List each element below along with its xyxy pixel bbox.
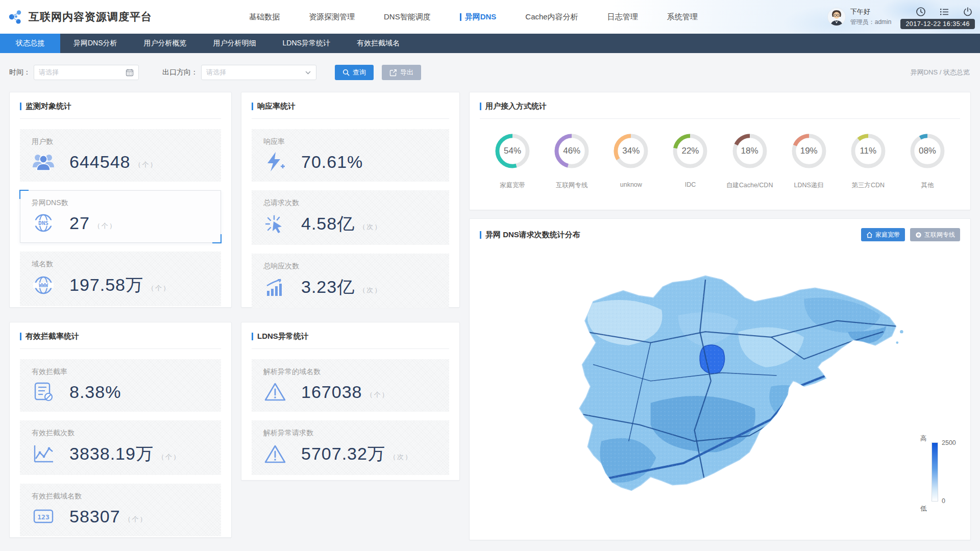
divider: [480, 118, 960, 119]
export-button[interactable]: 导出: [382, 65, 421, 80]
map-toggle-home-broadband[interactable]: 家庭宽带: [861, 228, 905, 241]
click-cursor-icon: [263, 213, 287, 235]
donut-label: LDNS递归: [794, 181, 824, 190]
search-icon: [342, 69, 350, 76]
stat-tile-total-requests[interactable]: 总请求次数 4.58亿 （次）: [252, 190, 449, 245]
access-method-item: 46%互联网专线: [544, 131, 600, 190]
user-block[interactable]: 下午好 管理员：admin: [827, 7, 892, 27]
dns-map-card: 异网 DNS请求次数统计分布 家庭宽带 e: [469, 218, 971, 540]
stat-unit: （个）: [94, 215, 117, 231]
nav-item-dns-scheduling[interactable]: DNS智能调度: [384, 12, 431, 22]
donut-percent: 54%: [493, 131, 532, 171]
card-accent-bar: [20, 103, 21, 110]
intercept-card-title: 有效拦截率统计: [26, 332, 221, 341]
doc-block-icon: [32, 381, 55, 403]
nav-item-log-management[interactable]: 日志管理: [607, 12, 638, 22]
svg-text:DNS: DNS: [38, 220, 48, 227]
stat-label: 有效拦截域名数: [32, 492, 209, 501]
clock-icon[interactable]: [916, 7, 926, 17]
export-icon: [389, 69, 397, 77]
card-accent-bar: [252, 103, 253, 110]
sub-tabbar: 状态总揽 异网DNS分析 用户分析概览 用户分析明细 LDNS异常统计 有效拦截…: [0, 34, 980, 53]
stat-value: 4.58亿: [301, 212, 355, 236]
stat-tile-intercept-domains[interactable]: 有效拦截域名数 123 58307 （个）: [20, 484, 221, 536]
stat-value: 3838.19万: [69, 442, 154, 466]
map-toggle-internet-line[interactable]: e 互联网专线: [910, 228, 960, 241]
donut-percent: 22%: [670, 131, 710, 171]
nav-item-cache-analysis[interactable]: Cache内容分析: [525, 12, 578, 22]
ldns-anomaly-card: LDNS异常统计 解析异常的域名数 167038 （个）: [241, 322, 460, 481]
legend-high-label: 高: [920, 434, 927, 443]
stat-unit: （次）: [359, 280, 382, 295]
time-picker-input[interactable]: 请选择: [34, 65, 139, 80]
donut-label: 第三方CDN: [852, 181, 885, 190]
query-button[interactable]: 查询: [335, 65, 374, 80]
access-method-item: 19%LDNS递归: [781, 131, 837, 190]
numbers-icon: 123: [32, 506, 55, 527]
stat-value: 58307: [69, 507, 120, 527]
warning-icon: [263, 443, 287, 465]
map-area: 高 2500 低 0: [480, 243, 960, 527]
stat-tile-anomaly-domains[interactable]: 解析异常的域名数 167038 （个）: [252, 359, 449, 412]
map-toggle-home-label: 家庭宽带: [875, 231, 900, 239]
warning-icon: [263, 381, 287, 403]
tab-ldns-anomaly[interactable]: LDNS异常统计: [270, 34, 344, 53]
nav-item-system-management[interactable]: 系统管理: [667, 12, 698, 22]
nav-item-foreign-dns[interactable]: 异网DNS: [460, 12, 497, 22]
power-icon[interactable]: [963, 7, 973, 17]
nav-item-resource-probe[interactable]: 资源探测管理: [309, 12, 355, 22]
ldns-card-title: LDNS异常统计: [257, 332, 449, 341]
stat-tile-domains[interactable]: 域名数 WWW 197.58万 （个）: [20, 252, 221, 306]
direction-select[interactable]: 请选择: [201, 65, 316, 80]
shandong-heatmap[interactable]: [541, 247, 914, 525]
stat-tile-total-responses[interactable]: 总响应次数 3.23亿 （次）: [252, 254, 449, 308]
stat-value: 27: [69, 213, 90, 233]
access-method-card: 用户接入方式统计 54%家庭宽带46%互联网专线34%unknow22%IDC1…: [469, 92, 971, 210]
stat-value: 70.61%: [301, 152, 363, 172]
stat-tile-intercept-rate[interactable]: 有效拦截率 8.38%: [20, 359, 221, 412]
card-accent-bar: [20, 333, 21, 340]
donut-label: 家庭宽带: [500, 181, 525, 190]
legend-low-label: 低: [920, 505, 927, 513]
divider: [20, 348, 221, 349]
stat-unit: （次）: [389, 446, 412, 462]
stat-tile-anomaly-requests[interactable]: 解析异常请求数 5707.32万 （次）: [252, 420, 449, 475]
stat-tile-response-rate[interactable]: 响应率 70.61%: [252, 129, 449, 182]
tab-user-analysis-overview[interactable]: 用户分析概览: [131, 34, 200, 53]
filter-toolbar: 时间： 请选择 出口方向： 请选择 查询: [9, 53, 971, 92]
globe-e-icon: e: [915, 232, 922, 238]
stat-tile-foreign-dns[interactable]: 异网DNS数 DNS 27 （个）: [20, 190, 221, 243]
svg-text:123: 123: [37, 513, 49, 521]
tab-intercepted-domains[interactable]: 有效拦截域名: [344, 34, 413, 53]
stat-tile-users[interactable]: 用户数 644548 （个）: [20, 129, 221, 182]
map-toggle-line-label: 互联网专线: [924, 231, 955, 239]
nav-item-basic-data[interactable]: 基础数据: [249, 12, 280, 22]
donut-percent: 11%: [848, 131, 888, 171]
tab-status-overview[interactable]: 状态总揽: [0, 34, 60, 53]
access-method-item: 11%第三方CDN: [840, 131, 896, 190]
donut-percent: 46%: [552, 131, 592, 171]
legend-min-value: 0: [942, 497, 945, 505]
avatar[interactable]: [827, 8, 846, 26]
svg-text:e: e: [917, 233, 920, 237]
datetime-display: 2017-12-22 16:35:46: [900, 19, 975, 29]
calendar-icon: [126, 68, 134, 77]
access-method-item: 34%unknow: [603, 131, 659, 190]
donut-label: IDC: [685, 181, 696, 188]
stat-unit: （个）: [134, 154, 157, 169]
tab-foreign-dns-analysis[interactable]: 异网DNS分析: [60, 34, 131, 53]
export-button-label: 导出: [400, 68, 413, 77]
brand: 互联网内容资源调度平台: [8, 0, 152, 34]
list-menu-icon[interactable]: [939, 7, 949, 17]
stat-tile-intercept-count[interactable]: 有效拦截次数 3838.19万 （个）: [20, 420, 221, 475]
donut-percent: 18%: [730, 131, 770, 171]
stat-value: 5707.32万: [301, 442, 385, 466]
chevron-down-icon: [305, 69, 311, 76]
card-accent-bar: [480, 103, 481, 110]
svg-text:WWW: WWW: [39, 283, 48, 288]
tab-user-analysis-detail[interactable]: 用户分析明细: [200, 34, 270, 53]
access-card-title: 用户接入方式统计: [485, 102, 960, 111]
stat-label: 总响应次数: [263, 262, 437, 271]
card-accent-bar: [480, 231, 481, 239]
legend-max-value: 2500: [942, 439, 956, 446]
